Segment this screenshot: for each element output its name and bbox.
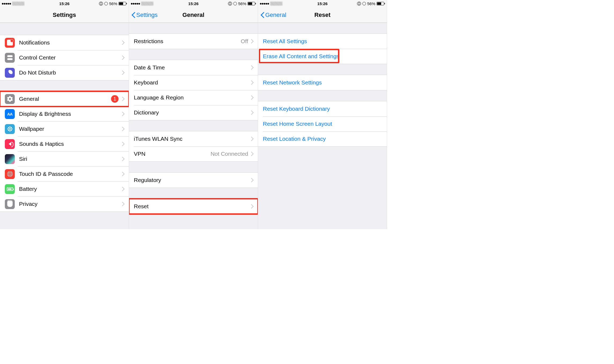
general-icon <box>5 94 15 104</box>
svg-point-7 <box>8 130 9 131</box>
reset-screen: 15:26 56% General Reset Reset All Settin… <box>258 0 387 229</box>
settings-content[interactable]: Notifications Control Center Do Not Dist… <box>0 23 129 229</box>
row-battery[interactable]: Battery <box>0 181 129 196</box>
chevron-right-icon <box>250 39 253 44</box>
row-label: Reset Location & Privacy <box>263 136 382 142</box>
chevron-right-icon <box>250 178 253 183</box>
row-label: Date & Time <box>134 64 250 71</box>
chevron-right-icon <box>250 65 253 70</box>
row-general[interactable]: General 1 <box>0 91 129 106</box>
chevron-right-icon <box>250 95 253 100</box>
svg-point-1 <box>9 126 10 128</box>
row-keyboard[interactable]: Keyboard <box>129 75 258 90</box>
status-bar: 15:26 56% <box>258 0 387 7</box>
row-notifications[interactable]: Notifications <box>0 35 129 50</box>
row-label: Touch ID & Passcode <box>19 171 121 177</box>
navbar: Settings <box>0 7 129 23</box>
row-label: Keyboard <box>134 79 250 86</box>
row-reset[interactable]: Reset <box>129 199 258 214</box>
svg-point-6 <box>10 127 12 128</box>
row-itunes-wlan-sync[interactable]: iTunes WLAN Sync <box>129 131 258 146</box>
alarm-icon <box>233 2 237 5</box>
chevron-left-icon <box>132 12 135 18</box>
battery-percent: 56% <box>109 1 117 6</box>
row-reset-home-screen-layout[interactable]: Reset Home Screen Layout <box>258 116 387 131</box>
carrier-label <box>12 2 24 6</box>
display-icon: AA <box>5 109 15 119</box>
sounds-icon <box>5 139 15 149</box>
status-left <box>260 2 282 6</box>
svg-point-4 <box>11 128 13 130</box>
row-label: Display & Brightness <box>19 111 121 117</box>
svg-point-8 <box>10 130 12 131</box>
row-label: Dictionary <box>134 109 250 116</box>
alarm-icon <box>104 2 108 5</box>
battery-settings-icon <box>5 184 15 194</box>
orientation-lock-icon <box>357 2 361 6</box>
chevron-right-icon <box>121 172 124 176</box>
row-display-brightness[interactable]: AA Display & Brightness <box>0 106 129 121</box>
chevron-right-icon <box>121 55 124 60</box>
back-button[interactable]: General <box>261 12 286 18</box>
row-dictionary[interactable]: Dictionary <box>129 105 258 120</box>
dnd-icon <box>5 68 15 78</box>
row-label: Do Not Disturb <box>19 69 121 76</box>
row-label: Reset Keyboard Dictionary <box>263 106 382 112</box>
status-time: 15:26 <box>59 1 69 6</box>
row-label: Regulatory <box>134 177 250 183</box>
row-label: Reset Network Settings <box>263 79 382 86</box>
row-language-region[interactable]: Language & Region <box>129 90 258 105</box>
row-label: Control Center <box>19 54 121 61</box>
status-right: 56% <box>228 1 256 6</box>
row-control-center[interactable]: Control Center <box>0 50 129 65</box>
row-label: Language & Region <box>134 94 250 101</box>
status-left <box>131 2 153 6</box>
row-reset-location-privacy[interactable]: Reset Location & Privacy <box>258 131 387 146</box>
row-label: Battery <box>19 186 121 192</box>
chevron-right-icon <box>250 136 253 141</box>
back-label: Settings <box>136 12 158 18</box>
row-label: Reset <box>134 203 250 210</box>
row-siri[interactable]: Siri <box>0 151 129 166</box>
carrier-label <box>141 2 153 6</box>
chevron-right-icon <box>121 157 124 161</box>
row-label: VPN <box>134 151 211 157</box>
row-label: Notifications <box>19 39 121 46</box>
navbar: Settings General <box>129 7 258 23</box>
notifications-icon <box>5 38 15 48</box>
orientation-lock-icon <box>99 2 103 6</box>
wallpaper-icon <box>5 124 15 134</box>
row-reset-all-settings[interactable]: Reset All Settings <box>258 34 387 49</box>
row-label: Siri <box>19 156 121 162</box>
row-erase-all-content[interactable]: Erase All Content and Settings <box>258 49 387 64</box>
row-value: Off <box>241 38 248 44</box>
chevron-right-icon <box>121 70 124 75</box>
chevron-right-icon <box>121 40 124 45</box>
page-title: General <box>182 12 204 18</box>
row-privacy[interactable]: Privacy <box>0 196 129 211</box>
row-reset-keyboard-dictionary[interactable]: Reset Keyboard Dictionary <box>258 101 387 116</box>
row-touch-id-passcode[interactable]: Touch ID & Passcode <box>0 166 129 181</box>
row-regulatory[interactable]: Regulatory <box>129 173 258 188</box>
row-sounds-haptics[interactable]: Sounds & Haptics <box>0 136 129 151</box>
chevron-right-icon <box>121 187 124 191</box>
row-wallpaper[interactable]: Wallpaper <box>0 121 129 136</box>
row-reset-network-settings[interactable]: Reset Network Settings <box>258 75 387 90</box>
row-label: Privacy <box>19 201 121 207</box>
row-date-time[interactable]: Date & Time <box>129 60 258 75</box>
row-do-not-disturb[interactable]: Do Not Disturb <box>0 65 129 80</box>
navbar: General Reset <box>258 7 387 23</box>
back-label: General <box>265 12 286 18</box>
row-restrictions[interactable]: Restrictions Off <box>129 34 258 49</box>
row-label: Wallpaper <box>19 126 121 132</box>
reset-content[interactable]: Reset All Settings Erase All Content and… <box>258 23 387 229</box>
row-label: Reset All Settings <box>263 38 382 44</box>
page-title: Reset <box>314 12 330 18</box>
row-vpn[interactable]: VPN Not Connected <box>129 146 258 161</box>
back-button[interactable]: Settings <box>132 12 158 18</box>
general-content[interactable]: Restrictions Off Date & Time Keyboard La… <box>129 23 258 229</box>
svg-point-0 <box>9 128 11 130</box>
control-center-icon <box>5 53 15 63</box>
signal-strength-icon <box>260 3 269 5</box>
row-label: Sounds & Haptics <box>19 141 121 147</box>
